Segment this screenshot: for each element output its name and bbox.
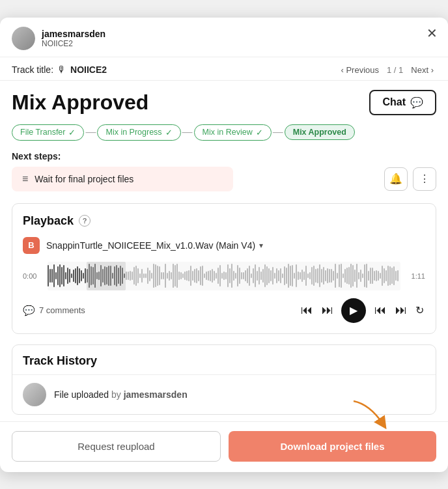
track-history-card: Track History File uploaded by jamesmars…: [12, 344, 436, 415]
history-text: File uploaded by jamesmarsden: [54, 389, 188, 400]
comment-icon: 💬: [23, 305, 35, 316]
step-mix-review: Mix in Review ✓: [194, 124, 272, 141]
user-info: jamesmarsden NOIICE2: [42, 29, 105, 48]
page-title: Mix Approved: [12, 91, 148, 115]
history-event: File uploaded: [54, 389, 109, 400]
mic-icon: 🎙: [57, 64, 66, 75]
track-name-value: NOIICE2: [70, 64, 107, 75]
playback-bottom: 💬 7 comments ⏮ ⏭ ▶ ⏭ ⏮ ↻: [23, 298, 425, 323]
next-button[interactable]: Next ›: [408, 64, 436, 76]
check-icon-3: ✓: [256, 128, 263, 137]
track-badge: B: [23, 237, 40, 254]
previous-button[interactable]: ‹ Previous: [338, 64, 382, 76]
chat-label: Chat: [382, 96, 406, 108]
prev-track-button[interactable]: ⏭: [320, 302, 335, 318]
step-actions: 🔔 ⋮: [384, 167, 436, 191]
dropdown-arrow-icon: ▾: [259, 241, 263, 250]
skip-to-end-button[interactable]: ⏮: [393, 302, 408, 318]
next-track-button[interactable]: ⏭: [372, 302, 387, 318]
waveform[interactable]: [48, 262, 400, 290]
track-nav: Track title: 🎙 NOIICE2 ‹ Previous 1 / 1 …: [0, 57, 448, 81]
bottom-actions: Request reupload Download project files: [0, 421, 448, 472]
waveform-container: 0:00 1:11: [23, 262, 425, 290]
waveform-progress: [87, 262, 126, 290]
bell-button[interactable]: 🔔: [384, 167, 408, 191]
bell-icon: 🔔: [389, 173, 402, 185]
chat-button[interactable]: Chat 💬: [369, 90, 436, 115]
next-step-text: Wait for final project files: [35, 174, 133, 184]
modal: jamesmarsden NOIICE2 ✕ Track title: 🎙 NO…: [0, 18, 448, 472]
step-file-transfer-label: File Transfer: [20, 128, 65, 137]
track-history-body: File uploaded by jamesmarsden: [12, 375, 436, 414]
check-icon-1: ✓: [68, 128, 76, 137]
track-history-title: Track History: [23, 354, 97, 367]
play-button[interactable]: ▶: [341, 298, 366, 323]
check-icon-2: ✓: [165, 128, 173, 137]
title-row: Mix Approved Chat 💬: [12, 90, 436, 115]
step-file-transfer: File Transfer ✓: [12, 124, 84, 141]
next-step-item: ≡ Wait for final project files: [12, 167, 233, 191]
track-history-header: Track History: [12, 345, 436, 375]
main-content: Mix Approved Chat 💬 File Transfer ✓ — Mi…: [0, 81, 448, 415]
step-mix-progress-label: Mix in Progress: [105, 128, 161, 137]
arrow-1: —: [85, 126, 96, 138]
nav-controls: ‹ Previous 1 / 1 Next ›: [338, 64, 436, 76]
track-file-name: SnappinTurtle_NOIICEEE_Mix_v1.0.Wav (Mai…: [46, 240, 255, 251]
request-reupload-button[interactable]: Request reupload: [12, 431, 221, 462]
step-mix-approved-label: Mix Approved: [293, 128, 346, 137]
more-icon: ⋮: [419, 173, 430, 185]
track-title: Track title: 🎙 NOIICE2: [12, 64, 107, 75]
next-steps-row: ≡ Wait for final project files 🔔 ⋮: [12, 167, 436, 191]
playback-title: Playback ?: [23, 214, 425, 228]
comments-count: 7 comments: [39, 305, 85, 315]
more-button[interactable]: ⋮: [413, 167, 436, 191]
user-subtitle: NOIICE2: [42, 39, 105, 48]
repeat-button[interactable]: ↻: [414, 303, 425, 318]
steps-bar: File Transfer ✓ — Mix in Progress ✓ — Mi…: [12, 124, 436, 141]
history-username: jamesmarsden: [124, 389, 188, 400]
modal-header: jamesmarsden NOIICE2 ✕: [0, 18, 448, 57]
chat-icon: 💬: [410, 96, 423, 109]
step-mix-approved: Mix Approved: [285, 124, 355, 140]
skip-to-start-button[interactable]: ⏮: [300, 302, 314, 318]
username: jamesmarsden: [42, 29, 105, 39]
next-steps-label: Next steps:: [12, 151, 436, 161]
track-title-label: Track title:: [12, 64, 53, 75]
close-button[interactable]: ✕: [427, 27, 438, 40]
history-by: by: [111, 389, 121, 400]
list-icon: ≡: [22, 173, 28, 185]
comments-badge: 💬 7 comments: [23, 305, 85, 316]
avatar: [12, 27, 35, 50]
playback-card: Playback ? B SnappinTurtle_NOIICEEE_Mix_…: [12, 203, 436, 334]
step-mix-review-label: Mix in Review: [203, 128, 253, 137]
arrow-2: —: [182, 126, 193, 138]
time-end: 1:11: [407, 272, 425, 280]
track-name-dropdown[interactable]: SnappinTurtle_NOIICEEE_Mix_v1.0.Wav (Mai…: [46, 240, 263, 251]
transport-controls: ⏮ ⏭ ▶ ⏭ ⏮ ↻: [300, 298, 425, 323]
arrow-3: —: [273, 126, 283, 138]
track-selector: B SnappinTurtle_NOIICEEE_Mix_v1.0.Wav (M…: [23, 237, 425, 254]
help-icon[interactable]: ?: [79, 215, 91, 227]
step-mix-progress: Mix in Progress ✓: [97, 124, 180, 141]
history-avatar: [23, 383, 46, 406]
page-indicator: 1 / 1: [387, 65, 403, 75]
time-start: 0:00: [23, 272, 41, 280]
download-project-files-button[interactable]: Download project files: [229, 431, 436, 462]
